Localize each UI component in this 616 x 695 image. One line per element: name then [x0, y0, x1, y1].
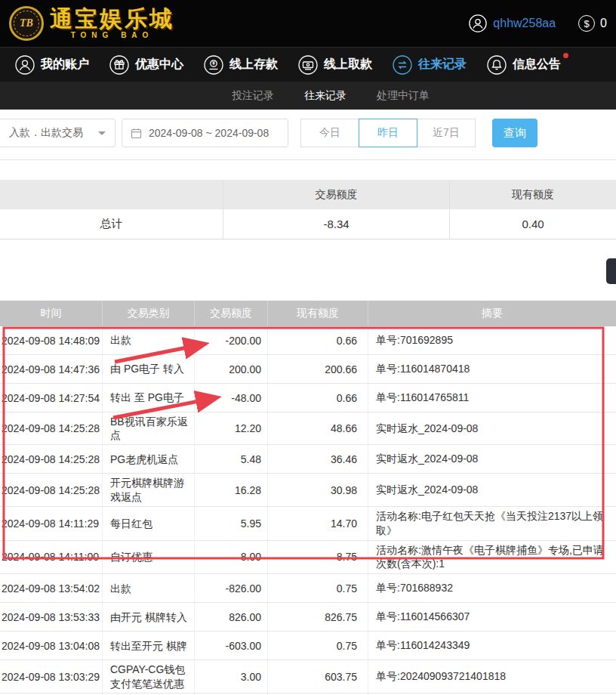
cell-time: 2024-09-08 14:25:28: [0, 412, 103, 444]
chevron-down-icon: [98, 131, 106, 135]
cell-type: PG老虎机返点: [103, 445, 195, 473]
table-row: 2024-09-08 14:25:28 开元棋牌棋牌游戏返点 16.28 30.…: [0, 474, 616, 506]
cell-time: 2024-09-08 13:03:29: [0, 660, 103, 692]
top-bar: TB 通宝娱乐城 TONG BAO qhhw258aa $ 0: [0, 0, 616, 47]
cell-summary: 实时返水_2024-09-08: [368, 412, 616, 444]
cell-balance: 48.66: [268, 412, 368, 444]
header-summary: 摘要: [368, 301, 616, 326]
sub-nav: 投注记录 往来记录 处理中订单: [0, 82, 616, 110]
table-row: 2024-09-08 14:25:28 PG老虎机返点 5.48 36.46 实…: [0, 445, 616, 474]
brand-subtitle: TONG BAO: [71, 32, 154, 39]
cell-amount: -200.00: [195, 326, 268, 354]
nav-item-announcements[interactable]: 信息公告: [487, 55, 561, 75]
nav-label: 往来记录: [418, 57, 467, 73]
cell-balance: 826.75: [268, 603, 368, 631]
cell-time: 2024-09-08 13:54:02: [0, 574, 103, 602]
nav-label: 线上存款: [229, 57, 278, 73]
cell-balance: 36.46: [268, 445, 368, 473]
dollar-icon: $: [578, 15, 595, 32]
wallet-balance-widget[interactable]: $ 0: [578, 15, 607, 32]
nav-item-my-account[interactable]: 我的账户: [15, 55, 89, 75]
tab-processing-orders[interactable]: 处理中订单: [377, 89, 430, 103]
cell-summary: 实时返水_2024-09-08: [368, 474, 616, 505]
cell-summary: 单号:701688932: [368, 574, 616, 602]
cell-balance: 8.75: [268, 541, 368, 574]
cell-balance: 0.66: [268, 326, 368, 354]
tab-transaction-records[interactable]: 往来记录: [304, 89, 346, 103]
search-button[interactable]: 查询: [492, 119, 537, 147]
deposit-icon: ¥: [204, 55, 223, 75]
cell-summary: 活动名称:激情午夜《电子棋牌捕鱼》专场,已申请次数(含本次):1: [368, 541, 616, 574]
casino-chip-icon: TB: [9, 6, 44, 41]
summary-total-balance: 0.40: [450, 209, 616, 239]
yesterday-button[interactable]: 昨日: [359, 119, 417, 147]
wallet-balance: 0: [600, 17, 607, 30]
floating-widget[interactable]: [606, 258, 616, 284]
cell-time: 2024-09-08 14:25:28: [0, 474, 103, 505]
transaction-type-select[interactable]: 入款．出款交易: [0, 119, 116, 147]
cell-summary: 单号:116014566307: [368, 603, 616, 631]
cell-time: 2024-09-08 14:11:00: [0, 541, 103, 574]
cell-time: 2024-09-08 13:53:33: [0, 603, 103, 631]
nav-label: 线上取款: [324, 57, 372, 73]
user-account[interactable]: qhhw258aa: [469, 14, 556, 32]
header-balance: 现有额度: [268, 301, 368, 326]
summary-total-label: 总计: [0, 209, 223, 239]
cell-balance: 30.98: [268, 474, 368, 505]
bell-icon: [487, 55, 507, 75]
withdraw-icon: [298, 55, 318, 75]
table-row: 2024-09-08 14:11:00 自订优惠 8.00 8.75 活动名称:…: [0, 541, 616, 575]
cell-time: 2024-09-08 13:04:08: [0, 632, 103, 659]
nav-label: 信息公告: [513, 57, 561, 73]
cell-amount: 16.28: [195, 474, 268, 505]
cell-type: 自订优惠: [103, 541, 195, 574]
cell-time: 2024-09-08 14:27:54: [0, 384, 103, 412]
date-range-picker[interactable]: 2024-09-08 ~ 2024-09-08: [122, 119, 288, 147]
summary-table: 交易额度 现有额度 总计 -8.34 0.40: [0, 180, 616, 239]
today-button[interactable]: 今日: [300, 119, 359, 147]
brand-title: 通宝娱乐城: [50, 8, 174, 30]
nav-label: 我的账户: [41, 57, 89, 73]
summary-header-amount: 交易额度: [223, 180, 450, 209]
nav-item-deposit[interactable]: ¥ 线上存款: [204, 55, 278, 75]
filter-bar: 入款．出款交易 2024-09-08 ~ 2024-09-08 今日 昨日 近7…: [0, 110, 616, 160]
table-row: 2024-09-08 13:03:29 CGPAY-CG钱包支付笔笔送优惠 3.…: [0, 660, 616, 693]
cell-type: 出款: [103, 326, 195, 354]
table-header-row: 时间 交易类别 交易额度 现有额度 摘要: [0, 301, 616, 326]
nav-label: 优惠中心: [135, 57, 183, 73]
cell-summary: 单号:701692895: [368, 326, 616, 354]
header-type: 交易类别: [103, 301, 195, 326]
main-nav: 我的账户 优惠中心 ¥ 线上存款: [0, 47, 616, 82]
cell-balance: 603.75: [268, 660, 368, 692]
cell-summary: 单号:116014765811: [368, 384, 616, 412]
summary-header-balance: 现有额度: [450, 180, 616, 209]
brand-text: 通宝娱乐城 TONG BAO: [50, 8, 174, 39]
table-row: 2024-09-08 14:27:54 转出 至 PG电子 -48.00 0.6…: [0, 384, 616, 412]
summary-header-empty: [0, 180, 223, 209]
cell-balance: 0.75: [268, 574, 368, 602]
summary-header-row: 交易额度 现有额度: [0, 180, 616, 209]
nav-item-withdraw[interactable]: 线上取款: [298, 55, 372, 75]
summary-total-row: 总计 -8.34 0.40: [0, 209, 616, 239]
cell-balance: 14.70: [268, 507, 368, 540]
last7days-button[interactable]: 近7日: [417, 119, 476, 147]
table-row: 2024-09-08 14:47:36 由 PG电子 转入 200.00 200…: [0, 355, 616, 384]
cell-amount: 12.20: [195, 412, 268, 444]
cell-balance: 0.66: [268, 384, 368, 412]
table-row: 2024-09-08 14:25:28 BB视讯百家乐返点 12.20 48.6…: [0, 412, 616, 445]
cell-balance: 200.66: [268, 355, 368, 383]
select-value: 入款．出款交易: [9, 126, 83, 140]
table-row: 2024-09-08 14:11:29 每日红包 5.95 14.70 活动名称…: [0, 507, 616, 541]
nav-item-promotions[interactable]: 优惠中心: [109, 55, 183, 75]
brand-logo: TB 通宝娱乐城 TONG BAO: [9, 6, 174, 41]
cell-balance: 0.75: [268, 632, 368, 659]
tab-betting-records[interactable]: 投注记录: [232, 89, 274, 103]
username: qhhw258aa: [493, 17, 556, 30]
header-time: 时间: [0, 301, 103, 326]
nav-item-transactions[interactable]: 往来记录: [393, 55, 467, 75]
cell-type: CGPAY-CG钱包支付笔笔送优惠: [103, 660, 195, 692]
table-row: 2024-09-08 13:04:08 转出至开元 棋牌 -603.00 0.7…: [0, 632, 616, 660]
records-icon: [393, 55, 412, 75]
cell-time: 2024-09-08 14:11:29: [0, 507, 103, 540]
cell-amount: -48.00: [195, 384, 268, 412]
